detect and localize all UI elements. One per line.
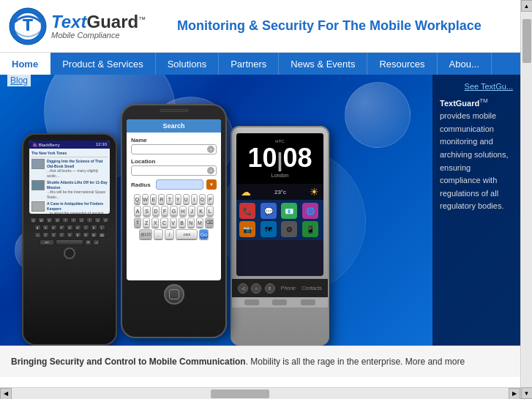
nav-item-product-services[interactable]: Product & Services xyxy=(50,53,156,75)
htc-home-btn[interactable]: ○ xyxy=(251,283,261,294)
bb-key-row-1: Q W E R T Y U I O P xyxy=(27,217,112,223)
ik-n[interactable]: N xyxy=(187,217,195,228)
horizontal-scrollbar[interactable]: ◀ ▶ xyxy=(0,387,520,399)
iphone-name-input[interactable]: × xyxy=(131,144,217,154)
ik-c[interactable]: C xyxy=(160,217,168,228)
htc-app-7[interactable]: ⚙ xyxy=(281,221,297,237)
blog-link[interactable]: Blog xyxy=(7,75,31,86)
nav-item-home[interactable]: Home xyxy=(0,53,50,75)
iphone-key-row-4: @123 . / .com Go xyxy=(134,229,214,239)
ik-del[interactable]: ⌫ xyxy=(205,217,214,228)
vertical-scrollbar[interactable]: ▲ ▼ xyxy=(520,0,532,399)
htc-app-4[interactable]: 🌐 xyxy=(302,203,318,219)
ik-h[interactable]: H xyxy=(179,206,187,216)
iphone-location-input[interactable]: × xyxy=(131,165,217,176)
ik-p[interactable]: P xyxy=(207,194,214,204)
htc-nav-btn-2[interactable] xyxy=(272,299,287,305)
bb-key-l: L xyxy=(99,225,105,231)
htc-app-3[interactable]: 📧 xyxy=(281,203,297,219)
scroll-track-horizontal[interactable] xyxy=(12,389,509,399)
htc-nav-btn-1[interactable] xyxy=(244,299,259,305)
scroll-track-vertical[interactable] xyxy=(522,12,532,387)
nav-item-news-events[interactable]: News & Events xyxy=(279,53,367,75)
nav-item-partners[interactable]: Partners xyxy=(219,53,279,75)
htc-screen: HTC 10|08 London ☁ 23°c ☀ 📞 💬 📧 🌐 xyxy=(236,133,323,276)
htc-app-8[interactable]: 📱 xyxy=(302,221,318,237)
scroll-left-button[interactable]: ◀ xyxy=(0,388,12,400)
iphone-key-row-1: Q W E R T Y U I O P xyxy=(134,194,214,204)
ik-go[interactable]: Go xyxy=(199,229,209,239)
ik-f[interactable]: F xyxy=(161,206,168,216)
ik-i[interactable]: I xyxy=(191,194,198,204)
scroll-down-button[interactable]: ▼ xyxy=(521,387,533,399)
bb-key-v: V xyxy=(67,232,73,238)
ik-shift[interactable]: ⇧ xyxy=(134,217,141,228)
bb-sub-2: ...this will be the International Space … xyxy=(47,190,108,199)
iphone-radius-input[interactable] xyxy=(156,179,203,190)
iphone-name-clear[interactable]: × xyxy=(207,146,214,153)
bb-trackpad xyxy=(64,247,75,259)
nav-item-solutions[interactable]: Solutions xyxy=(156,53,219,75)
phone-iphone: Search Name × Location × Radius xyxy=(121,104,227,338)
htc-weather-bar: ☁ 23°c ☀ xyxy=(236,184,323,200)
iphone-home-button[interactable] xyxy=(164,284,184,305)
ik-x[interactable]: X xyxy=(151,217,159,228)
ik-l[interactable]: L xyxy=(206,206,214,216)
bb-key-e: E xyxy=(46,217,53,223)
ik-b[interactable]: B xyxy=(179,217,186,228)
scroll-right-button[interactable]: ▶ xyxy=(509,388,520,400)
htc-date-display: London xyxy=(271,173,288,178)
ik-g[interactable]: G xyxy=(170,206,177,216)
ik-u[interactable]: U xyxy=(183,194,190,204)
ik-v[interactable]: V xyxy=(170,217,177,228)
ik-t[interactable]: T xyxy=(166,194,173,204)
ik-slash[interactable]: / xyxy=(165,229,174,239)
nav-item-resources[interactable]: Resources xyxy=(367,53,437,75)
bubble-3 xyxy=(345,82,411,148)
htc-weather-icon: ☁ xyxy=(241,186,251,198)
htc-back-btn[interactable]: ◁ xyxy=(238,283,248,294)
ik-num[interactable]: @123 xyxy=(139,229,152,239)
scroll-thumb-horizontal[interactable] xyxy=(211,389,269,398)
iphone-radius-label: Radius xyxy=(131,182,153,188)
nav-item-about[interactable]: Abou... xyxy=(438,53,492,75)
htc-app-6[interactable]: 🗺 xyxy=(261,221,277,237)
iphone-screen: Search Name × Location × Radius xyxy=(127,119,221,280)
bb-key-x: X xyxy=(50,232,57,238)
ik-y[interactable]: Y xyxy=(175,194,181,204)
scroll-thumb-vertical[interactable] xyxy=(522,19,531,63)
ik-a[interactable]: A xyxy=(134,206,141,216)
see-textguard-link[interactable]: See TextGu... xyxy=(440,82,513,91)
ik-z[interactable]: Z xyxy=(143,217,150,228)
bb-key-row-4: sym alt ⏎ xyxy=(27,239,112,245)
ik-period[interactable]: . xyxy=(154,229,163,239)
ik-d[interactable]: D xyxy=(152,206,160,216)
logo-text: TextGuard™ Mobile Compliance xyxy=(51,13,146,40)
htc-app-5[interactable]: 📷 xyxy=(239,221,255,237)
bb-news-text-2: Shuttle Atlantis Lifts Off for 11-Day Mi… xyxy=(47,180,108,199)
ik-s[interactable]: S xyxy=(143,206,150,216)
htc-bottom-bar: ◁ ○ ≡ Phone Contacts xyxy=(232,279,328,297)
ik-w[interactable]: W xyxy=(142,194,149,204)
ik-e[interactable]: E xyxy=(150,194,157,204)
bb-key-d: D xyxy=(50,225,57,231)
phone-blackberry: 🍇 BlackBerry 12:30 The New York Times Di… xyxy=(22,133,117,346)
ik-k[interactable]: K xyxy=(197,206,204,216)
iphone-location-clear[interactable]: × xyxy=(207,167,214,174)
htc-app-1[interactable]: 📞 xyxy=(239,203,255,219)
htc-app-2[interactable]: 💬 xyxy=(261,203,277,219)
ik-dotcom[interactable]: .com xyxy=(176,229,198,239)
ik-q[interactable]: Q xyxy=(134,194,141,204)
ik-j[interactable]: J xyxy=(188,206,195,216)
logo-area: TextGuard™ Mobile Compliance xyxy=(9,7,170,45)
bb-key-f: F xyxy=(59,225,65,231)
ik-r[interactable]: R xyxy=(158,194,165,204)
iphone-radius-dropdown[interactable] xyxy=(206,179,217,190)
bb-key-g: G xyxy=(67,225,73,231)
htc-menu-btn[interactable]: ≡ xyxy=(265,283,275,294)
ik-o[interactable]: O xyxy=(199,194,206,204)
htc-nav-btn-3[interactable] xyxy=(301,299,315,305)
ik-m[interactable]: M xyxy=(196,217,203,228)
scroll-up-button[interactable]: ▲ xyxy=(521,0,533,12)
bb-key-c: C xyxy=(59,232,65,238)
